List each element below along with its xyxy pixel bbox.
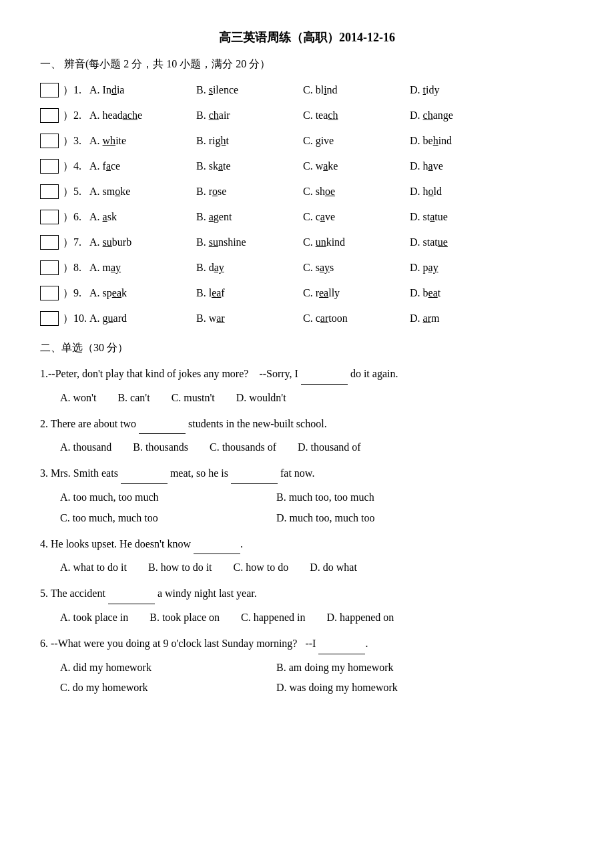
- list-item[interactable]: C. too much, much too: [60, 509, 274, 528]
- question-5-options: A. took place in B. took place on C. hap…: [60, 608, 574, 628]
- question-5: 5. The accident a windy night last year.: [40, 584, 574, 604]
- list-item[interactable]: C. mustn't: [172, 389, 215, 408]
- answer-box[interactable]: [40, 210, 59, 224]
- list-item[interactable]: D. much too, much too: [276, 509, 490, 528]
- table-row: ）9. A. speak B. leaf C. really D. beat: [40, 282, 574, 304]
- question-4-options: A. what to do it B. how to do it C. how …: [60, 558, 574, 578]
- list-item[interactable]: B. took place on: [149, 608, 220, 628]
- list-item[interactable]: C. thousands of: [210, 438, 276, 457]
- table-row: ）6. A. ask B. agent C. cave D. statue: [40, 206, 574, 228]
- section2: 二、单选（30 分） 1.--Peter, don't play that ki…: [40, 339, 574, 698]
- list-item[interactable]: D. was doing my homework: [276, 678, 490, 698]
- list-item[interactable]: C. do my homework: [60, 678, 274, 698]
- table-row: ）3. A. white B. right C. give D. behind: [40, 130, 574, 152]
- answer-blank[interactable]: [121, 464, 168, 484]
- table-row: ）7. A. suburb B. sunshine C. unkind D. s…: [40, 232, 574, 253]
- table-row: ）4. A. face B. skate C. wake D. have: [40, 156, 574, 177]
- question-4: 4. He looks upset. He doesn't know .: [40, 535, 574, 555]
- answer-box[interactable]: [40, 83, 59, 97]
- list-item[interactable]: B. am doing my homework: [276, 658, 490, 678]
- answer-blank[interactable]: [318, 634, 365, 654]
- list-item[interactable]: C. how to do: [234, 558, 289, 578]
- list-item[interactable]: B. much too, too much: [276, 488, 490, 507]
- list-item[interactable]: D. do what: [310, 558, 357, 578]
- answer-blank[interactable]: [108, 584, 155, 604]
- answer-blank[interactable]: [301, 365, 348, 385]
- table-row: ）2. A. headache B. chair C. teach D. cha…: [40, 105, 574, 126]
- list-item[interactable]: A. thousand: [60, 438, 111, 457]
- table-row: ）10. A. guard B. war C. cartoon D. arm: [40, 308, 574, 329]
- list-item[interactable]: B. how to do it: [148, 558, 212, 578]
- question-3-options: A. too much, too much B. much too, too m…: [60, 488, 574, 528]
- section1-header: 一、 辨音(每小题 2 分，共 10 小题，满分 20 分）: [40, 55, 574, 74]
- answer-box[interactable]: [40, 184, 59, 199]
- table-row: ）1. A. India B. silence C. blind D. tidy: [40, 79, 574, 101]
- answer-blank[interactable]: [231, 464, 278, 484]
- list-item[interactable]: A. did my homework: [60, 658, 274, 678]
- answer-blank[interactable]: [194, 535, 240, 555]
- answer-box[interactable]: [40, 108, 59, 123]
- table-row: ）8. A. may B. day C. says D. pay: [40, 257, 574, 278]
- question-2-options: A. thousand B. thousands C. thousands of…: [60, 438, 574, 457]
- list-item[interactable]: A. too much, too much: [60, 488, 274, 507]
- list-item[interactable]: B. thousands: [133, 438, 188, 457]
- list-item[interactable]: A. took place in: [60, 608, 128, 628]
- list-item[interactable]: A. what to do it: [60, 558, 127, 578]
- answer-box[interactable]: [40, 286, 59, 300]
- list-item[interactable]: C. happened in: [241, 608, 305, 628]
- list-item[interactable]: D. happened on: [327, 608, 394, 628]
- list-item[interactable]: A. won't: [60, 389, 96, 408]
- list-item[interactable]: D. thousand of: [298, 438, 361, 457]
- table-row: ）5. A. smoke B. rose C. shoe D. hold: [40, 181, 574, 202]
- question-6: 6. --What were you doing at 9 o'clock la…: [40, 634, 574, 654]
- answer-box[interactable]: [40, 260, 59, 275]
- list-item[interactable]: B. can't: [117, 389, 149, 408]
- answer-box[interactable]: [40, 134, 59, 148]
- question-3: 3. Mrs. Smith eats meat, so he is fat no…: [40, 464, 574, 484]
- question-1-options: A. won't B. can't C. mustn't D. wouldn't: [60, 389, 574, 408]
- answer-blank[interactable]: [139, 415, 186, 435]
- answer-box[interactable]: [40, 311, 59, 326]
- question-6-options: A. did my homework B. am doing my homewo…: [60, 658, 574, 698]
- question-2: 2. There are about two students in the n…: [40, 415, 574, 435]
- phonetics-questions: ）1. A. India B. silence C. blind D. tidy…: [40, 79, 574, 329]
- page-title: 高三英语周练（高职）2014-12-16: [40, 27, 574, 48]
- question-1: 1.--Peter, don't play that kind of jokes…: [40, 365, 574, 385]
- section2-header: 二、单选（30 分）: [40, 339, 574, 358]
- answer-box[interactable]: [40, 235, 59, 250]
- list-item[interactable]: D. wouldn't: [236, 389, 286, 408]
- answer-box[interactable]: [40, 159, 59, 174]
